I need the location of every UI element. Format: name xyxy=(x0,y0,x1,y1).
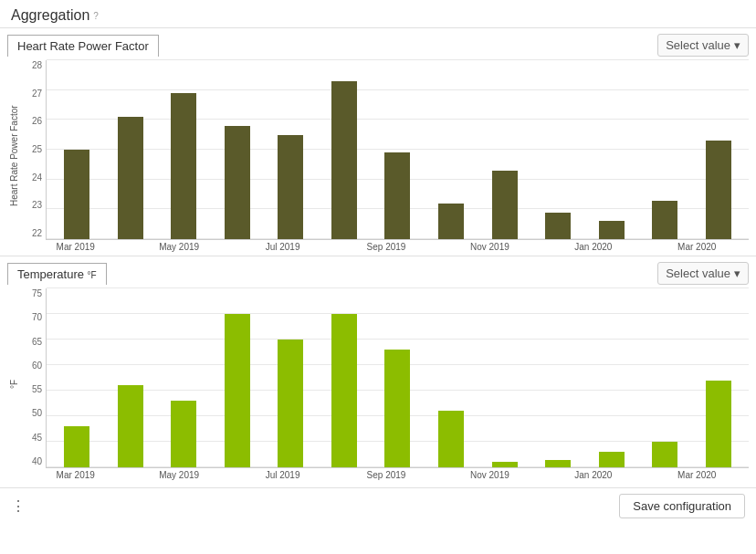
bars-row xyxy=(47,60,749,239)
bar xyxy=(492,171,518,239)
bar-group xyxy=(104,60,158,239)
chart1-y-ticks: 22 23 24 25 26 27 28 xyxy=(24,60,46,240)
chart1-grid-bars xyxy=(46,60,749,240)
bar xyxy=(225,314,250,467)
bar-group xyxy=(531,60,585,239)
x-axis-label: Mar 2020 xyxy=(646,470,749,480)
bar-group xyxy=(157,288,211,467)
bar-group xyxy=(425,288,478,467)
bar xyxy=(599,452,625,467)
page-title-sup: ? xyxy=(93,11,99,21)
chart1-x-labels: Mar 2019May 2019Jul 2019Sep 2019Nov 2019… xyxy=(24,242,749,252)
chart1-y-axis-label: Heart Rate Power Factor xyxy=(7,60,24,252)
bar-group xyxy=(264,288,318,467)
bar-group xyxy=(531,288,585,467)
bar-group xyxy=(478,60,531,239)
bar xyxy=(652,201,677,239)
dots-icon[interactable]: ⋮ xyxy=(11,497,26,515)
chart2-x-labels: Mar 2019May 2019Jul 2019Sep 2019Nov 2019… xyxy=(24,470,749,480)
chart2-select-value[interactable]: Select value ▾ xyxy=(657,262,749,285)
bar-group xyxy=(478,288,531,467)
bar-group xyxy=(638,60,692,239)
bottom-bar: ⋮ Save configuration xyxy=(0,487,756,524)
bars-row xyxy=(47,288,749,467)
x-axis-label: Jul 2019 xyxy=(231,470,334,480)
bar-group xyxy=(638,288,692,467)
bar xyxy=(64,150,89,239)
bar xyxy=(278,340,303,467)
bar-group xyxy=(691,288,745,467)
bar xyxy=(171,93,196,239)
chart1-container: Heart Rate Power Factor 22 23 24 25 26 2… xyxy=(7,60,749,252)
bar-group xyxy=(584,288,638,467)
x-axis-label: Jul 2019 xyxy=(231,242,334,252)
chart2-plot: 40 45 50 55 60 65 70 75 xyxy=(24,288,749,468)
save-configuration-button[interactable]: Save configuration xyxy=(619,494,745,518)
x-axis-label: Mar 2020 xyxy=(646,242,749,252)
x-axis-label: Sep 2019 xyxy=(334,470,437,480)
chart2-y-axis-label: °F xyxy=(7,288,24,480)
x-axis-label: Mar 2019 xyxy=(24,470,127,480)
bar xyxy=(492,462,518,467)
chart1-select-value[interactable]: Select value ▾ xyxy=(657,34,749,57)
bar xyxy=(331,314,357,467)
bar-group xyxy=(318,60,372,239)
bar-group xyxy=(104,288,158,467)
bar xyxy=(438,411,464,467)
chart1-title-tab[interactable]: Heart Rate Power Factor xyxy=(7,35,159,57)
chart2-title-tab[interactable]: Temperature °F xyxy=(7,263,107,285)
x-axis-label: Nov 2019 xyxy=(438,470,541,480)
bar xyxy=(652,442,677,467)
chart1-inner: 22 23 24 25 26 27 28 Mar 2019May 2019Jul… xyxy=(24,60,749,252)
x-axis-label: Jan 2020 xyxy=(541,242,645,252)
bar xyxy=(118,117,143,239)
bar-group xyxy=(211,288,265,467)
chart1-plot: 22 23 24 25 26 27 28 xyxy=(24,60,749,240)
bar xyxy=(384,152,410,239)
chart1-bars-area xyxy=(46,60,749,240)
bar xyxy=(545,213,571,239)
bar xyxy=(331,81,357,239)
bar-group xyxy=(318,288,372,467)
page-header: Aggregation ? xyxy=(0,0,756,28)
bar xyxy=(545,460,571,467)
bar xyxy=(278,135,303,239)
bar-group xyxy=(50,60,104,239)
bar-group xyxy=(371,288,425,467)
bar xyxy=(225,126,250,239)
bar-group xyxy=(691,60,745,239)
chart2-header: Temperature °F Select value ▾ xyxy=(7,262,749,285)
chevron-down-icon: ▾ xyxy=(734,38,740,52)
x-axis-label: May 2019 xyxy=(127,242,230,252)
x-axis-label: Nov 2019 xyxy=(438,242,541,252)
chart2-bars-area xyxy=(46,288,749,468)
bar xyxy=(64,426,89,467)
bar xyxy=(706,381,731,467)
chart2-y-ticks: 40 45 50 55 60 65 70 75 xyxy=(24,288,46,468)
bar-group xyxy=(50,288,104,467)
x-axis-label: Sep 2019 xyxy=(334,242,437,252)
chart2-container: °F 40 45 50 55 60 65 70 75 Mar xyxy=(7,288,749,480)
bar xyxy=(599,221,625,239)
x-axis-label: Jan 2020 xyxy=(541,470,645,480)
bar-group xyxy=(425,60,478,239)
bar-group xyxy=(371,60,425,239)
page-title: Aggregation xyxy=(11,7,89,24)
bar-group xyxy=(264,60,318,239)
bar-group xyxy=(211,60,265,239)
chevron-down-icon: ▾ xyxy=(734,267,740,280)
chart2-grid-bars xyxy=(46,288,749,468)
bar xyxy=(384,350,410,467)
bar xyxy=(438,204,464,239)
chart2-section: Temperature °F Select value ▾ °F 40 45 5… xyxy=(0,256,756,484)
bar-group xyxy=(584,60,638,239)
bar-group xyxy=(157,60,211,239)
chart1-section: Heart Rate Power Factor Select value ▾ H… xyxy=(0,28,756,256)
bar xyxy=(706,141,731,239)
chart1-header: Heart Rate Power Factor Select value ▾ xyxy=(7,34,749,57)
x-axis-label: May 2019 xyxy=(127,470,230,480)
chart2-inner: 40 45 50 55 60 65 70 75 Mar 2019May 2019… xyxy=(24,288,749,480)
x-axis-label: Mar 2019 xyxy=(24,242,127,252)
bar xyxy=(171,401,196,467)
bar xyxy=(118,385,143,467)
